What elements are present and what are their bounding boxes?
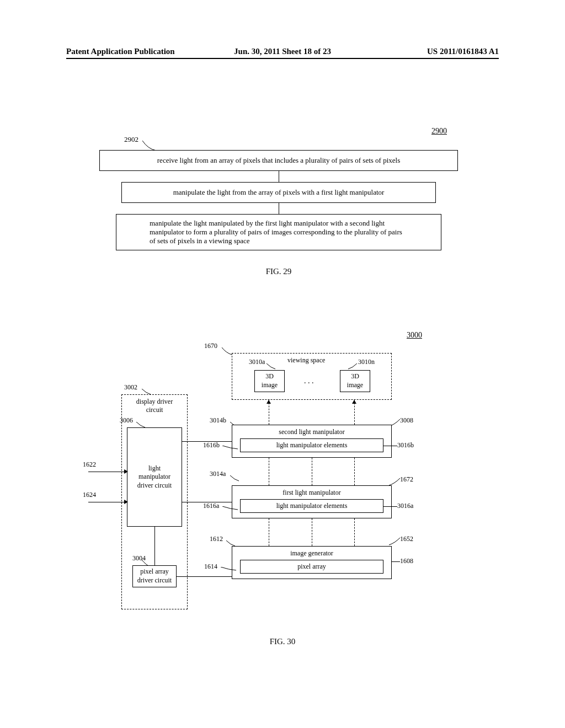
ref-1672: 1672 (400, 475, 413, 484)
leader-3016a (383, 506, 397, 507)
ref-1616a: 1616a (203, 502, 219, 510)
pixel-array-inner: pixel array (240, 560, 383, 574)
ref-1670: 1670 (204, 342, 217, 350)
arrow-1622 (124, 469, 128, 474)
arrow-n (352, 400, 356, 404)
leader-3010a (266, 363, 276, 370)
ref-3006: 3006 (120, 416, 133, 425)
viewing-space-box: viewing space 3010a 3010n 3D image . . .… (232, 353, 392, 400)
connector-2 (279, 203, 279, 214)
leader-3010n (348, 363, 358, 370)
figure-29: 2900 2902 receive light from an array of… (99, 138, 458, 276)
ref-1616b: 1616b (203, 441, 220, 449)
step-2902-box: receive light from an array of pixels th… (99, 150, 458, 171)
light-manip-elements-a: light manipulator elements (240, 499, 383, 513)
ref-3010n: 3010n (358, 358, 375, 366)
arrow-a (266, 400, 271, 404)
ref-3010a: 3010a (249, 358, 265, 366)
viewing-space-label: viewing space (287, 356, 325, 365)
header-left: Patent Application Publication (66, 47, 210, 56)
step-2906-text: manipulate the light manipulated by the … (150, 219, 402, 245)
figure-30: 3000 1670 viewing space 3010a 3010n 3D i… (80, 325, 411, 618)
3d-image-a: 3D image (254, 370, 285, 392)
line-driver-v (154, 527, 155, 565)
leader-1616a (222, 506, 239, 512)
line-pixel-driver (177, 576, 232, 577)
ref-3016b: 3016b (397, 441, 414, 449)
line-3014a (182, 502, 232, 502)
dash-mid-c (354, 458, 355, 485)
ref-3002: 3002 (124, 383, 137, 392)
light-manip-elements-b: light manipulator elements (240, 438, 383, 452)
fig29-number: 2900 (431, 127, 447, 136)
pixel-array-driver-box: pixel array driver circuit (132, 565, 177, 587)
line-1624 (88, 502, 127, 502)
dash-low-c (354, 518, 355, 546)
ref-3008: 3008 (400, 416, 413, 425)
page-header: Patent Application Publication Jun. 30, … (0, 47, 565, 56)
fig29-caption: FIG. 29 (99, 267, 458, 276)
ref-3014b: 3014b (210, 416, 226, 425)
header-right: US 2011/0161843 A1 (355, 47, 499, 56)
leader-1614 (221, 567, 237, 572)
dash-low-b (312, 518, 312, 546)
step-2902-text: receive light from an array of pixels th… (157, 156, 400, 164)
second-light-manip-label: second light manipulator (279, 428, 344, 436)
dots-3d: . . . (304, 377, 314, 386)
3d-image-n: 3D image (340, 370, 370, 392)
light-manip-driver-box: light manipulator driver circuit (127, 427, 182, 527)
leader-1670 (222, 347, 233, 356)
leader-1616b (222, 446, 239, 451)
fig30-number: 3000 (407, 331, 422, 340)
ref-3014a: 3014a (210, 470, 226, 478)
line-1622 (88, 472, 127, 472)
step-2906-box: manipulate the light manipulated by the … (116, 214, 441, 250)
step-2904-text: manipulate the light from the array of p… (173, 188, 385, 196)
ref-1608: 1608 (400, 557, 413, 565)
first-light-manip-label: first light manipulator (282, 489, 340, 497)
image-generator-label: image generator (290, 549, 333, 558)
dash-mid-a (269, 458, 269, 485)
ref-1652: 1652 (400, 535, 413, 543)
connector-1 (279, 171, 279, 182)
leader-1608 (392, 561, 400, 562)
dash-low-a (269, 518, 269, 546)
ref-1624: 1624 (83, 491, 96, 499)
step-2904-box: manipulate the light from the array of p… (121, 182, 436, 203)
ref-1622: 1622 (83, 461, 96, 469)
leader-1652 (389, 538, 401, 546)
ref-2902: 2902 (124, 135, 138, 144)
leader-3016b (383, 446, 397, 446)
leader-3014a (230, 475, 240, 482)
header-divider (66, 58, 499, 59)
dash-mid-b (312, 458, 312, 485)
ref-3016a: 3016a (397, 502, 413, 510)
display-driver-label: display driver circuit (122, 398, 187, 414)
arrow-1624 (124, 500, 128, 504)
ref-1612: 1612 (210, 535, 223, 543)
line-3014b (182, 441, 232, 442)
ref-1614: 1614 (204, 563, 217, 571)
fig30-caption: FIG. 30 (0, 637, 565, 646)
header-center: Jun. 30, 2011 Sheet 18 of 23 (210, 47, 354, 56)
